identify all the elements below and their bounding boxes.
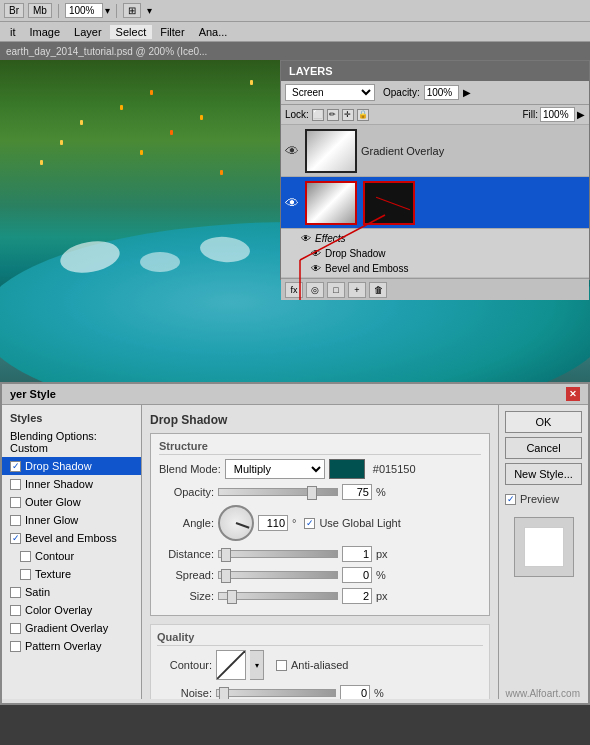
noise-input[interactable]	[340, 685, 370, 699]
menu-filter[interactable]: Filter	[154, 25, 190, 39]
menu-ana[interactable]: Ana...	[193, 25, 234, 39]
new-layer-button[interactable]: +	[348, 282, 366, 298]
contour-preview[interactable]	[216, 650, 246, 680]
canvas-image[interactable]: LAYERS Screen Opacity: ▶ Lock: ⬜ ✏ ✛ 🔒 F…	[0, 60, 590, 382]
fill-input[interactable]	[540, 107, 575, 122]
size-input[interactable]	[342, 588, 372, 604]
menu-select[interactable]: Select	[110, 25, 153, 39]
opacity-number-input[interactable]	[342, 484, 372, 500]
menu-it[interactable]: it	[4, 25, 22, 39]
opacity-slider-thumb[interactable]	[307, 486, 317, 500]
dialog-close-button[interactable]: ✕	[566, 387, 580, 401]
opacity-arrow[interactable]: ▶	[463, 87, 471, 98]
texture-checkbox[interactable]	[20, 569, 31, 580]
drop-shadow-eye[interactable]: 👁	[311, 248, 321, 259]
styles-outer-glow[interactable]: Outer Glow	[2, 493, 141, 511]
styles-drop-shadow[interactable]: Drop Shadow	[2, 457, 141, 475]
layer-visibility-1[interactable]: 👁	[285, 143, 301, 159]
inner-glow-checkbox[interactable]	[10, 515, 21, 526]
fill-arrow[interactable]: ▶	[577, 109, 585, 120]
outer-glow-checkbox[interactable]	[10, 497, 21, 508]
size-slider[interactable]	[218, 592, 338, 600]
grid-button[interactable]: ⊞	[123, 3, 141, 18]
blend-mode-select[interactable]: Screen	[285, 84, 375, 101]
styles-contour[interactable]: Contour	[2, 547, 141, 565]
styles-pattern-overlay[interactable]: Pattern Overlay	[2, 637, 141, 655]
cancel-button[interactable]: Cancel	[505, 437, 582, 459]
styles-blending-options[interactable]: Blending Options: Custom	[2, 427, 141, 457]
right-panel: OK Cancel New Style... Preview	[498, 405, 588, 699]
pattern-overlay-checkbox[interactable]	[10, 641, 21, 652]
effect-drop-shadow-layer[interactable]: 👁 Drop Shadow	[281, 245, 589, 261]
drop-shadow-label: Drop Shadow	[325, 248, 386, 259]
contour-checkbox[interactable]	[20, 551, 31, 562]
opacity-label: Opacity:	[383, 87, 420, 98]
mb-button[interactable]: Mb	[28, 3, 52, 18]
menu-layer[interactable]: Layer	[68, 25, 108, 39]
new-style-button[interactable]: New Style...	[505, 463, 582, 485]
styles-header-item[interactable]: Styles	[2, 409, 141, 427]
layer-row-gradient-overlay[interactable]: 👁 Gradient Overlay	[281, 125, 589, 177]
bevel-emboss-checkbox[interactable]	[10, 533, 21, 544]
styles-list: Styles Blending Options: Custom Drop Sha…	[2, 405, 142, 699]
blend-mode-dropdown[interactable]: Multiply	[225, 459, 325, 479]
fx-button[interactable]: fx	[285, 282, 303, 298]
distance-slider-thumb[interactable]	[221, 548, 231, 562]
zoom-input[interactable]	[65, 3, 103, 18]
zoom-arrow[interactable]: ▾	[105, 5, 110, 16]
layer-row-main[interactable]: 👁	[281, 177, 589, 229]
lock-icon-move[interactable]: ✛	[342, 109, 354, 121]
spread-slider-thumb[interactable]	[221, 569, 231, 583]
layer-visibility-2[interactable]: 👁	[285, 195, 301, 211]
grid-arrow[interactable]: ▾	[147, 5, 152, 16]
dialog-title: yer Style ✕	[2, 384, 588, 405]
angle-input[interactable]	[258, 515, 288, 531]
drop-shadow-checkbox[interactable]	[10, 461, 21, 472]
delete-layer-button[interactable]: 🗑	[369, 282, 387, 298]
quality-section: Quality Contour: ▾ Anti-aliased	[150, 624, 490, 699]
preview-checkbox[interactable]	[505, 494, 516, 505]
ok-button[interactable]: OK	[505, 411, 582, 433]
new-group-button[interactable]: □	[327, 282, 345, 298]
bevel-emboss-eye[interactable]: 👁	[311, 263, 321, 274]
distance-input[interactable]	[342, 546, 372, 562]
styles-inner-glow[interactable]: Inner Glow	[2, 511, 141, 529]
drop-shadow-panel: Drop Shadow Structure Blend Mode: Multip…	[142, 405, 498, 699]
global-light-checkbox[interactable]	[304, 518, 315, 529]
noise-slider-thumb[interactable]	[219, 687, 229, 699]
spark-3	[60, 140, 63, 145]
contour-dropdown-arrow[interactable]: ▾	[250, 650, 264, 680]
spread-input[interactable]	[342, 567, 372, 583]
opacity-input[interactable]	[424, 85, 459, 100]
satin-checkbox[interactable]	[10, 587, 21, 598]
anti-alias-row: Anti-aliased	[276, 659, 348, 671]
inner-shadow-checkbox[interactable]	[10, 479, 21, 490]
lock-icon-transparency[interactable]: ⬜	[312, 109, 324, 121]
styles-satin[interactable]: Satin	[2, 583, 141, 601]
styles-texture[interactable]: Texture	[2, 565, 141, 583]
noise-slider[interactable]	[216, 689, 336, 697]
opacity-slider[interactable]	[218, 488, 338, 496]
watermark: www.Alfoart.com	[506, 688, 580, 699]
br-button[interactable]: Br	[4, 3, 24, 18]
gradient-overlay-checkbox[interactable]	[10, 623, 21, 634]
styles-bevel-emboss[interactable]: Bevel and Emboss	[2, 529, 141, 547]
blend-mode-label: Blend Mode:	[159, 463, 221, 475]
styles-gradient-overlay[interactable]: Gradient Overlay	[2, 619, 141, 637]
distance-slider[interactable]	[218, 550, 338, 558]
new-fill-button[interactable]: ◎	[306, 282, 324, 298]
spread-slider[interactable]	[218, 571, 338, 579]
angle-dial[interactable]	[218, 505, 254, 541]
anti-alias-checkbox[interactable]	[276, 660, 287, 671]
lock-icon-paint[interactable]: ✏	[327, 109, 339, 121]
size-slider-thumb[interactable]	[227, 590, 237, 604]
menu-image[interactable]: Image	[24, 25, 67, 39]
contour-label: Contour:	[157, 659, 212, 671]
effect-bevel-emboss-layer[interactable]: 👁 Bevel and Emboss	[281, 261, 589, 277]
lock-icon-all[interactable]: 🔒	[357, 109, 369, 121]
effects-eye[interactable]: 👁	[301, 233, 311, 244]
color-swatch[interactable]	[329, 459, 365, 479]
color-overlay-checkbox[interactable]	[10, 605, 21, 616]
styles-color-overlay[interactable]: Color Overlay	[2, 601, 141, 619]
styles-inner-shadow[interactable]: Inner Shadow	[2, 475, 141, 493]
